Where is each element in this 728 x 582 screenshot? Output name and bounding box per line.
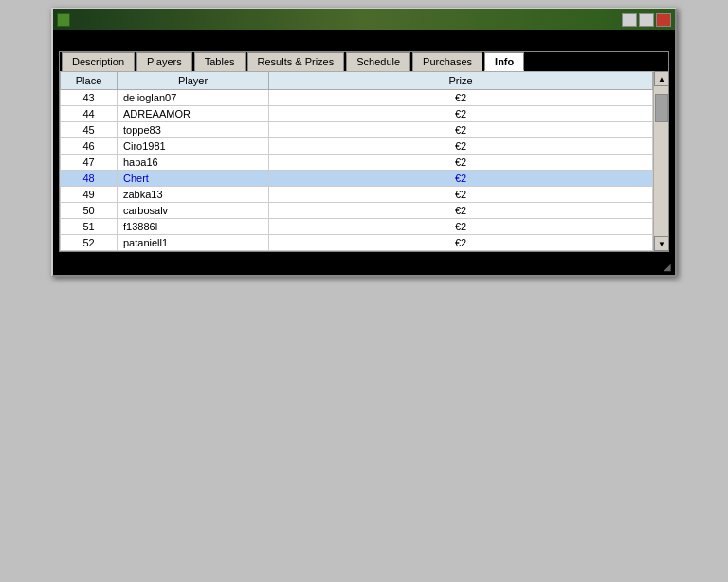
cell-player: carbosalv <box>118 203 269 219</box>
table-row[interactable]: 51f13886l€2 <box>61 219 653 235</box>
col-place: Place <box>61 72 118 90</box>
cell-prize: €2 <box>269 138 653 155</box>
minimize-button[interactable] <box>622 13 637 27</box>
cell-prize: €2 <box>269 203 653 219</box>
scroll-down-button[interactable]: ▼ <box>654 236 669 251</box>
col-player: Player <box>118 72 269 90</box>
cell-player: Chert <box>118 171 269 187</box>
cell-place: 49 <box>61 187 118 203</box>
cell-place: 45 <box>61 122 118 138</box>
cell-player: pataniell1 <box>118 235 269 251</box>
main-window: Description Players Tables Results & Pri… <box>51 8 677 277</box>
cell-place: 52 <box>61 235 118 251</box>
cell-prize: €2 <box>269 187 653 203</box>
content-area: Description Players Tables Results & Pri… <box>53 30 675 258</box>
results-table: Place Player Prize 43delioglan07€244ADRE… <box>60 71 653 251</box>
table-row[interactable]: 50carbosalv€2 <box>61 203 653 219</box>
cell-player: ADREAAMOR <box>118 106 269 122</box>
cell-player: zabka13 <box>118 187 269 203</box>
status-bar: ◢ <box>53 258 675 275</box>
cell-player: hapa16 <box>118 155 269 171</box>
cell-player: delioglan07 <box>118 90 269 106</box>
tab-purchases[interactable]: Purchases <box>412 52 482 71</box>
cell-prize: €2 <box>269 219 653 235</box>
scroll-thumb[interactable] <box>655 94 668 122</box>
table-row[interactable]: 46Ciro1981€2 <box>61 138 653 155</box>
table-row[interactable]: 52pataniell1€2 <box>61 235 653 251</box>
cell-player: f13886l <box>118 219 269 235</box>
table-row[interactable]: 45toppe83€2 <box>61 122 653 138</box>
table-scroll-area[interactable]: Place Player Prize 43delioglan07€244ADRE… <box>60 71 653 251</box>
tab-players[interactable]: Players <box>136 52 192 71</box>
table-area: Place Player Prize 43delioglan07€244ADRE… <box>60 71 668 251</box>
cell-prize: €2 <box>269 122 653 138</box>
col-prize: Prize <box>269 72 653 90</box>
cell-prize: €2 <box>269 235 653 251</box>
title-bar <box>53 9 675 30</box>
resize-grip[interactable]: ◢ <box>664 262 671 272</box>
tab-tables[interactable]: Tables <box>194 52 246 71</box>
cell-place: 48 <box>61 171 118 187</box>
cell-prize: €2 <box>269 90 653 106</box>
cell-player: Ciro1981 <box>118 138 269 155</box>
app-icon <box>57 13 70 27</box>
cell-place: 50 <box>61 203 118 219</box>
main-panel: Description Players Tables Results & Pri… <box>59 51 669 252</box>
tab-schedule[interactable]: Schedule <box>346 52 410 71</box>
cell-prize: €2 <box>269 171 653 187</box>
cell-prize: €2 <box>269 106 653 122</box>
cell-place: 51 <box>61 219 118 235</box>
cell-place: 47 <box>61 155 118 171</box>
tab-description[interactable]: Description <box>62 52 135 71</box>
scroll-track <box>654 86 668 236</box>
cell-place: 46 <box>61 138 118 155</box>
table-row[interactable]: 43delioglan07€2 <box>61 90 653 106</box>
tab-bar: Description Players Tables Results & Pri… <box>60 52 668 71</box>
tournament-title <box>59 36 669 51</box>
title-controls <box>622 13 671 27</box>
table-row[interactable]: 48Chert€2 <box>61 171 653 187</box>
scrollbar[interactable]: ▲ ▼ <box>653 71 668 251</box>
table-row[interactable]: 49zabka13€2 <box>61 187 653 203</box>
cell-player: toppe83 <box>118 122 269 138</box>
table-header-row: Place Player Prize <box>61 72 653 90</box>
close-button[interactable] <box>656 13 671 27</box>
table-row[interactable]: 47hapa16€2 <box>61 155 653 171</box>
table-row[interactable]: 44ADREAAMOR€2 <box>61 106 653 122</box>
tab-info[interactable]: Info <box>484 52 524 71</box>
scroll-up-button[interactable]: ▲ <box>654 71 669 86</box>
cell-place: 43 <box>61 90 118 106</box>
cell-prize: €2 <box>269 155 653 171</box>
tab-results-prizes[interactable]: Results & Prizes <box>247 52 345 71</box>
cell-place: 44 <box>61 106 118 122</box>
title-bar-left <box>57 13 74 27</box>
maximize-button[interactable] <box>639 13 654 27</box>
